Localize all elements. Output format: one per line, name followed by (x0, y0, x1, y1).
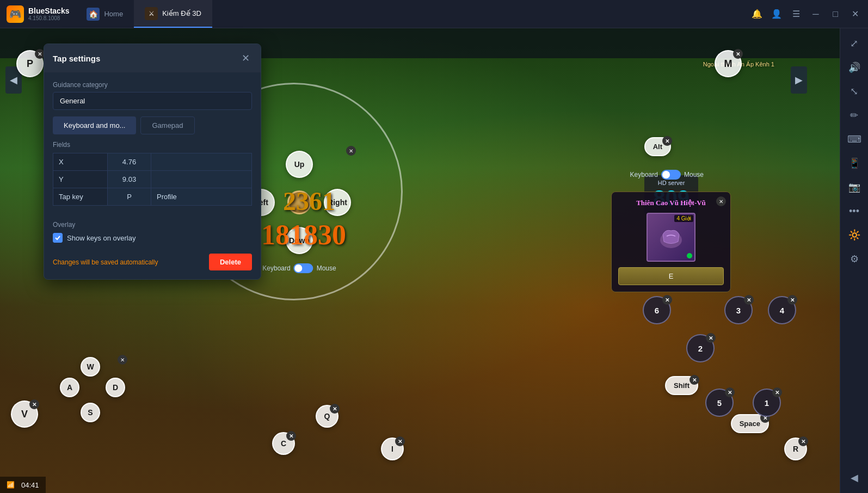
key-r-close[interactable]: ✕ (798, 436, 808, 446)
key-c-button[interactable]: ✕ C (272, 432, 295, 455)
key-shift-button[interactable]: ✕ Shift (665, 376, 698, 395)
key-q-close[interactable]: ✕ (330, 404, 340, 414)
brightness-button[interactable]: 🔆 (844, 224, 865, 246)
gamepad-tab-button[interactable]: Gamepad (140, 116, 194, 134)
key-d-button[interactable]: D (106, 378, 125, 397)
status-time: 04:41 (21, 481, 39, 489)
num-5-close[interactable]: ✕ (725, 387, 735, 397)
item-popup-close[interactable]: ✕ (716, 196, 726, 206)
dpad-close[interactable]: ✕ (346, 146, 356, 156)
settings-sidebar-button[interactable]: ⚙ (844, 248, 865, 270)
dpad-keyboard-label: Keyboard (262, 264, 290, 272)
num-btn-1[interactable]: ✕ 1 (753, 389, 781, 417)
dpad-toggle-switch[interactable] (294, 263, 313, 273)
key-r-button[interactable]: ✕ R (784, 437, 807, 460)
key-alt-label: Alt (653, 143, 662, 151)
num-2-label: 2 (698, 344, 703, 353)
tap-settings-dialog: Tap settings ✕ Guidance category Keyboar… (44, 44, 261, 280)
tab-home[interactable]: 🏠 Home (76, 0, 134, 28)
minimize-button[interactable]: ─ (807, 5, 824, 23)
item-icon (655, 221, 687, 254)
key-space-label: Space (740, 420, 760, 428)
num-btn-3[interactable]: ✕ 3 (724, 296, 753, 324)
key-s-button[interactable]: S (81, 403, 100, 422)
tab-game[interactable]: ⚔ Kiếm Đế 3D (134, 0, 212, 28)
dpad-up-label: Up (294, 160, 305, 169)
num-4-close[interactable]: ✕ (787, 295, 797, 305)
wasd-close[interactable]: ✕ (118, 355, 127, 365)
nav-right-button[interactable]: ▶ (791, 66, 807, 94)
num-6-label: 6 (655, 306, 659, 315)
keyboard-sidebar-button[interactable]: ⌨ (844, 128, 865, 150)
key-i-close[interactable]: ✕ (395, 436, 405, 446)
field-y-name: Y (53, 171, 108, 188)
key-i-button[interactable]: ✕ I (381, 437, 404, 460)
key-alt-button[interactable]: ✕ Alt (644, 137, 671, 156)
key-alt-close[interactable]: ✕ (662, 136, 672, 146)
fullscreen-button[interactable]: ⤢ (844, 33, 865, 54)
num-1-close[interactable]: ✕ (772, 387, 782, 397)
game-tab-icon: ⚔ (145, 7, 158, 20)
show-keys-label: Show keys on overlay (67, 234, 136, 242)
item-action-button[interactable]: E (618, 267, 724, 285)
overlay-label: Overlay (53, 221, 252, 229)
key-space-button[interactable]: ✕ Space (731, 414, 769, 433)
num-2-close[interactable]: ✕ (706, 333, 716, 343)
field-tapkey-value[interactable]: P (108, 188, 151, 206)
more-options-button[interactable]: ••• (844, 200, 865, 222)
num-btn-6[interactable]: ✕ 6 (643, 296, 671, 324)
num-5-label: 5 (717, 398, 722, 408)
num-3-close[interactable]: ✕ (744, 295, 754, 305)
profile-button[interactable]: 👤 (768, 5, 785, 23)
resize-button[interactable]: ⤡ (844, 81, 865, 102)
key-m-close[interactable]: ✕ (733, 49, 743, 59)
field-x-value[interactable]: 4.76 (108, 153, 151, 171)
camera-button[interactable]: 📷 (844, 176, 865, 198)
num-btn-5[interactable]: ✕ 5 (705, 389, 734, 417)
menu-button[interactable]: ☰ (787, 5, 805, 23)
dpad-up-button[interactable]: Up (286, 151, 313, 178)
close-button[interactable]: ✕ (846, 5, 864, 23)
app-title: BlueStacks (28, 7, 69, 15)
key-v-close[interactable]: ✕ (29, 399, 39, 409)
item-green-dot (687, 253, 692, 258)
show-keys-checkbox[interactable] (53, 233, 63, 243)
edit-button[interactable]: ✏ (844, 104, 865, 126)
maximize-button[interactable]: □ (827, 5, 844, 23)
keyboard-tab-button[interactable]: Keyboard and mo... (53, 116, 136, 134)
dialog-close-button[interactable]: ✕ (239, 52, 252, 65)
auto-save-text: Changes will be saved automatically (53, 258, 158, 266)
num-btn-2[interactable]: ✕ 2 (686, 334, 715, 362)
alt-keyboard-label: Keyboard (630, 171, 658, 178)
key-w-button[interactable]: W (81, 357, 100, 377)
delete-button[interactable]: Delete (209, 254, 252, 270)
app-version: 4.150.8.1008 (28, 15, 69, 21)
item-popup-title: Thiên Cao Vũ Hiệt-Vũ (618, 199, 724, 207)
key-v-button[interactable]: ✕ V (11, 400, 38, 428)
key-shift-label: Shift (674, 381, 690, 390)
key-c-close[interactable]: ✕ (286, 431, 296, 441)
back-sidebar-button[interactable]: ◀ (844, 467, 865, 489)
volume-button[interactable]: 🔊 (844, 57, 865, 78)
item-icon-area: 4 Giới (647, 213, 695, 262)
home-tab-icon: 🏠 (87, 8, 100, 21)
notifications-button[interactable]: 🔔 (748, 5, 766, 23)
key-q-button[interactable]: ✕ Q (316, 405, 338, 428)
key-c-label: C (281, 439, 286, 448)
field-x-extra (151, 153, 252, 171)
alt-toggle-switch[interactable] (661, 170, 681, 180)
num-6-close[interactable]: ✕ (662, 295, 672, 305)
num-btn-4[interactable]: ✕ 4 (768, 296, 796, 324)
key-p-button[interactable]: ✕ P (16, 50, 44, 77)
key-m-button[interactable]: ✕ M (715, 50, 742, 77)
titlebar-controls: 🔔 👤 ☰ ─ □ ✕ (748, 5, 868, 23)
alt-keyboard-mouse-row: Keyboard Mouse (630, 170, 704, 180)
key-shift-close[interactable]: ✕ (690, 375, 699, 385)
dialog-header: Tap settings ✕ (44, 44, 261, 72)
dpad-keyboard-mouse-row: Keyboard Mouse (262, 263, 336, 273)
key-a-button[interactable]: A (60, 378, 79, 397)
fields-table: X 4.76 Y 9.03 Tap key P Profile (53, 153, 252, 206)
guidance-input[interactable] (53, 92, 252, 110)
field-y-value[interactable]: 9.03 (108, 171, 151, 188)
mobile-button[interactable]: 📱 (844, 152, 865, 174)
